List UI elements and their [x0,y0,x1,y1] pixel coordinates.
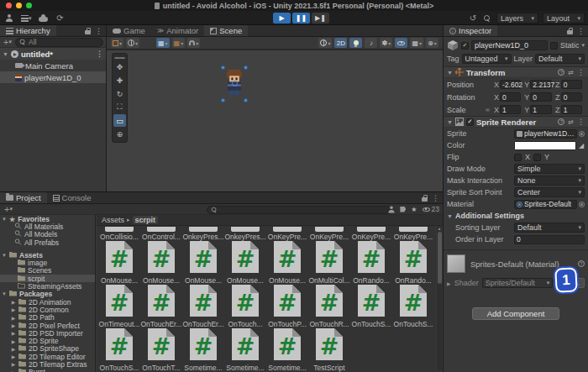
asset-folder-item[interactable]: StreamingAssets [0,282,95,290]
pause-button[interactable]: ❚❚ [292,13,310,24]
draw-mode-dropdown[interactable]: Simple▾ [514,164,585,174]
selected-sprite-object[interactable] [221,65,248,102]
hierarchy-scene-row[interactable]: ▼ untitled* ⋮ [0,48,106,60]
add-component-button[interactable]: Add Component [472,307,559,320]
chevron-down-icon[interactable]: ▼ [447,70,453,76]
tab-hierarchy[interactable]: Hierarchy [0,25,56,36]
asset-item[interactable]: #OnTouchR... [308,285,350,328]
chevron-down-icon[interactable]: ▼ [3,51,8,57]
chevron-right-icon[interactable]: ▶ [11,322,16,328]
chevron-right-icon[interactable]: ▶ [11,330,16,336]
grid-visual-dropdown[interactable]: ▦▾ [410,38,423,48]
help-icon[interactable]: ? [558,69,564,76]
asset-folder-item[interactable]: Scenes [0,267,95,275]
asset-item[interactable]: OnKeyPre... [266,226,308,241]
rotation-z-field[interactable]: 0 [561,92,582,102]
selection-handle[interactable] [244,65,248,70]
layers-dropdown[interactable]: Layers▾ [496,13,538,24]
overlay-drag-handle[interactable]: ▬▬ [113,55,127,60]
asset-item[interactable]: #OnTimeout... [98,285,140,328]
asset-item[interactable]: #OnTouchEr... [140,285,182,328]
grid-snapping-dropdown[interactable]: ▦▾ [156,38,170,48]
asset-item[interactable]: OnCollisio... [98,226,140,241]
play-button[interactable]: ▶ [273,13,291,24]
flip-x-checkbox[interactable] [514,154,522,161]
create-asset-button[interactable]: +▾ [3,204,13,215]
package-folder-item[interactable]: ▶2D Tilemap Editor [0,353,95,360]
transform-tool-button[interactable]: ⊕ [113,128,126,140]
transform-component-header[interactable]: ▼ Transform ? ⇄ ⋮ [444,66,588,78]
chevron-right-icon[interactable]: ▶ [11,338,16,344]
panel-menu-icon[interactable]: ⋮ [577,27,585,35]
view-tool-button[interactable]: ✥ [113,60,126,73]
visibility-toggle-button[interactable] [395,38,407,48]
scrollbar-thumb[interactable] [438,232,442,284]
sprite-object-field[interactable]: playerNew1D_0 [514,129,577,139]
layout-dropdown[interactable]: Layout▾ [543,13,585,24]
asset-item[interactable]: #OnMultiCol... [308,241,350,285]
presets-icon[interactable]: ⇄ [568,69,574,76]
chevron-right-icon[interactable]: ▶ [11,299,16,305]
undo-history-button[interactable]: ↺ [468,13,478,24]
services-dropdown-button[interactable]: ▾ [21,13,32,24]
package-folder-item[interactable]: ▶2D Common [0,306,95,313]
tab-console[interactable]: Console [47,192,97,203]
asset-item[interactable]: #OnRando... [350,241,392,285]
sprite-renderer-component-header[interactable]: ▼ Sprite Renderer ? ⇄ ⋮ [444,116,588,128]
asset-item[interactable]: #TestScript [308,328,350,372]
hierarchy-item[interactable]: playerNew1D_0 [0,71,106,83]
panel-menu-icon[interactable]: ⋮ [95,27,102,35]
snap-increment-dropdown[interactable]: ▦▾ [172,38,186,48]
component-menu-icon[interactable]: ⋮ [577,118,585,126]
tab-scene[interactable]: Scene [204,25,248,36]
gizmos-dropdown[interactable]: ⊕▾ [426,38,438,48]
additional-settings-foldout[interactable]: ▼ Additional Settings [444,210,588,222]
tag-dropdown[interactable]: Untagged▾ [462,54,512,64]
create-object-button[interactable]: +▾ [3,37,13,48]
shader-dropdown[interactable]: Sprites/Default▾ [482,278,554,288]
close-window-button[interactable] [6,3,12,8]
rotation-x-field[interactable]: 0 [500,92,521,102]
audio-toggle-button[interactable]: ♪ [365,38,377,48]
scale-y-field[interactable]: 1 [530,105,551,114]
2d-toggle-button[interactable]: 2D [334,38,347,48]
object-picker-icon[interactable] [579,131,585,137]
asset-item[interactable]: #OnMouse... [140,241,182,285]
search-by-label-icon[interactable] [400,207,406,212]
chevron-right-icon[interactable]: ▶ [11,315,16,321]
asset-item[interactable]: OnControl... [140,226,182,241]
refresh-button[interactable]: ⟳ [55,13,66,24]
material-object-field[interactable]: Sprites-Default [514,200,577,209]
color-swatch[interactable] [514,141,576,150]
layer-dropdown[interactable]: Default▾ [535,54,585,64]
favorite-item[interactable]: All Prefabs [0,238,95,246]
presets-icon[interactable]: ⇄ [568,118,574,126]
asset-item[interactable]: #OnMouse... [182,241,224,285]
effects-dropdown[interactable]: ✲▾ [380,38,392,48]
step-button[interactable]: ▶❚ [312,13,329,24]
asset-item[interactable]: #OnRando... [392,241,434,285]
asset-folder-item[interactable]: scrpit [0,275,95,282]
mask-interaction-dropdown[interactable]: None▾ [514,176,585,186]
help-icon[interactable]: ? [558,118,564,125]
package-folder-item[interactable]: ▶2D PSD Importer [0,329,95,337]
asset-item[interactable]: #Sometime... [224,328,266,372]
sprite-sort-point-dropdown[interactable]: Center▾ [514,187,585,197]
package-folder-item[interactable]: ▶2D Tilemap Extras [0,360,95,368]
static-checkbox[interactable] [550,42,558,50]
lighting-toggle-button[interactable] [349,38,362,48]
scale-z-field[interactable]: 1 [561,105,582,114]
selection-handle[interactable] [221,65,225,70]
search-button[interactable] [482,13,492,24]
package-folder-item[interactable]: ▶2D Sprite [0,337,95,344]
asset-item[interactable]: #OnTouch... [224,285,266,328]
hierarchy-search-input[interactable]: All [15,38,103,47]
asset-item[interactable]: #OnTouchT... [140,328,182,372]
flip-y-checkbox[interactable] [533,154,541,161]
chevron-right-icon[interactable]: ▶ [11,346,16,352]
package-folder-item[interactable]: ▶2D SpriteShape [0,345,95,353]
cloud-collab-button[interactable] [39,13,49,24]
selection-handle[interactable] [221,98,225,102]
scale-tool-button[interactable]: ⛶ [113,101,126,113]
gameobject-name-field[interactable]: playerNew1D_0 [471,40,548,50]
